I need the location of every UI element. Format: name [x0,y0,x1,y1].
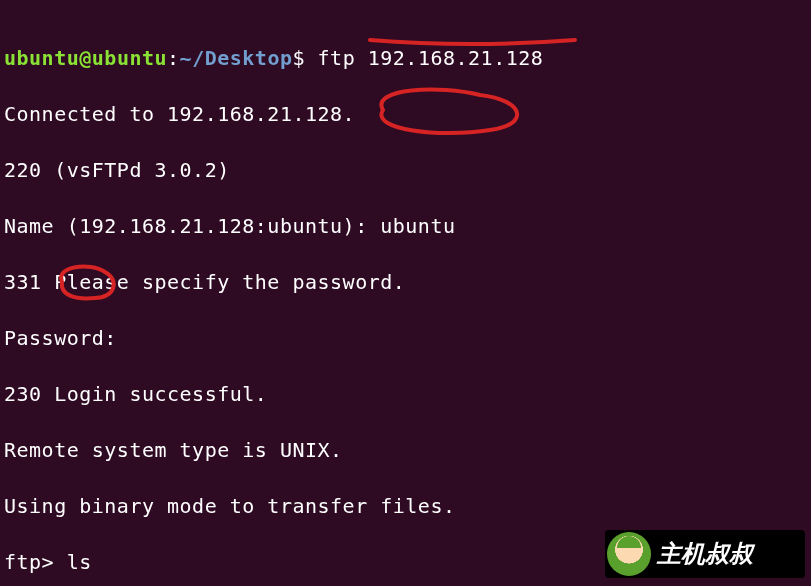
cmd-ftp: ftp [318,46,356,70]
watermark: 主机叔叔 [605,530,805,578]
prompt-path: ~/Desktop [180,46,293,70]
output-line: 220 (vsFTPd 3.0.2) [4,156,811,184]
login-name: ubuntu [380,214,455,238]
ftp-cmd-ls: ls [67,550,92,574]
output-line: 230 Login successful. [4,380,811,408]
ftp-prompt: ftp> [4,550,54,574]
output-line: Using binary mode to transfer files. [4,492,811,520]
ftp-ip: 192.168.21.128 [368,46,544,70]
prompt-line: ubuntu@ubuntu:~/Desktop$ ftp 192.168.21.… [4,44,811,72]
output-line: Remote system type is UNIX. [4,436,811,464]
output-line: Connected to 192.168.21.128. [4,100,811,128]
output-line: Password: [4,324,811,352]
prompt-host: ubuntu [92,46,167,70]
prompt-user: ubuntu [4,46,79,70]
output-line: 331 Please specify the password. [4,268,811,296]
watermark-text: 主机叔叔 [657,540,753,568]
terminal-output[interactable]: ubuntu@ubuntu:~/Desktop$ ftp 192.168.21.… [4,16,811,586]
output-line: Name (192.168.21.128:ubuntu): ubuntu [4,212,811,240]
watermark-avatar-icon [607,532,651,576]
